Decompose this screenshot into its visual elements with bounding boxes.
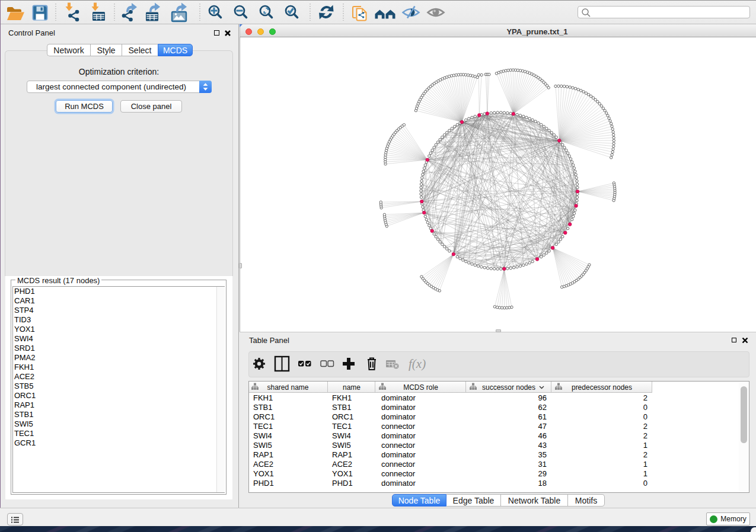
svg-text:successor nodes: successor nodes bbox=[482, 383, 535, 392]
svg-text:shared name: shared name bbox=[267, 383, 308, 392]
svg-text:predecessor nodes: predecessor nodes bbox=[572, 383, 632, 392]
svg-text:name: name bbox=[343, 383, 361, 392]
svg-text:MCDS role: MCDS role bbox=[403, 383, 438, 392]
svg-text:f(x): f(x) bbox=[409, 357, 426, 371]
